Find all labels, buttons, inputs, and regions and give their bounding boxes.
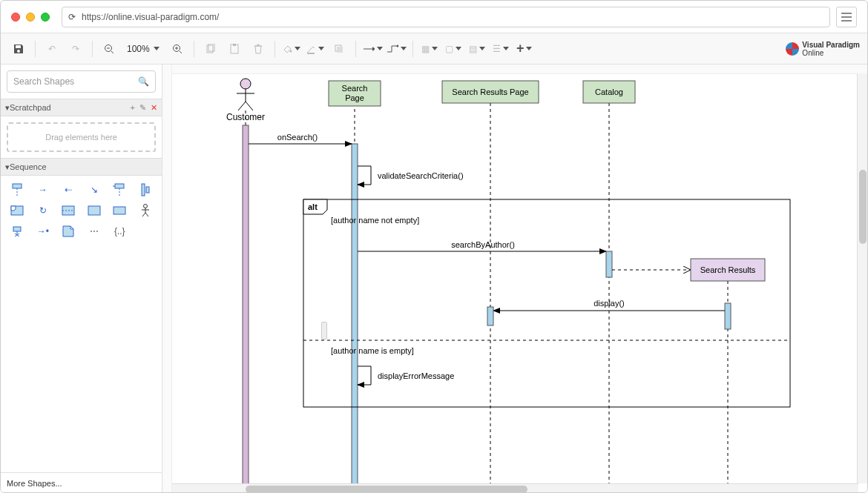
search-icon: 🔍 [138, 76, 149, 87]
svg-text:displayErrorMessage: displayErrorMessage [378, 371, 454, 380]
menu-button[interactable] [836, 7, 857, 27]
constraint-shape[interactable]: ⋯ [84, 223, 105, 239]
redo-button[interactable]: ↷ [65, 39, 86, 59]
to-back-button[interactable]: ▢ [443, 39, 464, 59]
edit-icon[interactable]: ✎ [139, 103, 146, 113]
zoom-level[interactable]: 100% [122, 44, 164, 54]
distribute-button[interactable]: ☰ [490, 39, 511, 59]
object-shape[interactable] [109, 202, 131, 219]
lifeline-shape[interactable] [7, 182, 28, 198]
close-window-button[interactable] [11, 13, 20, 21]
align-button[interactable]: ▤ [467, 39, 487, 59]
svg-rect-17 [13, 184, 22, 188]
sequence-shapes-palette: → ⇠ ↘ ↻ →• ⋯ {..} [1, 176, 162, 245]
svg-text:Page: Page [345, 93, 364, 102]
svg-text:Search Results: Search Results [700, 265, 756, 274]
diagram-canvas[interactable]: Customer SearchPage Search Results Page … [162, 64, 867, 493]
more-shapes-link[interactable]: More Shapes... [1, 472, 162, 493]
svg-line-33 [145, 213, 148, 216]
svg-rect-28 [114, 207, 125, 214]
url-text: https://online.visual-paradigm.com/ [82, 12, 219, 22]
return-arrow-shape[interactable]: ⇠ [58, 182, 79, 198]
delete-button[interactable] [248, 39, 269, 59]
svg-point-29 [143, 205, 147, 208]
brand-logo: Visual ParadigmOnline [786, 41, 860, 57]
self-message-shape[interactable]: ↻ [33, 202, 54, 219]
activation-results-page[interactable] [487, 307, 493, 325]
svg-text:[author name is empty]: [author name is empty] [331, 346, 414, 355]
svg-rect-27 [88, 206, 100, 215]
message-display-error[interactable] [358, 366, 371, 385]
svg-line-4 [180, 51, 182, 53]
zoom-out-button[interactable] [99, 39, 119, 59]
shapes-sidebar: Search Shapes 🔍 ▾ Scratchpad + ✎ ✕ Drag … [1, 64, 162, 493]
paste-button[interactable] [224, 39, 245, 59]
svg-line-45 [246, 102, 253, 110]
copy-button[interactable] [200, 39, 221, 59]
svg-rect-22 [142, 184, 145, 196]
svg-point-41 [240, 79, 251, 89]
svg-rect-12 [307, 53, 315, 54]
svg-text:validateSearchCriteria(): validateSearchCriteria() [378, 171, 464, 180]
activation-catalog[interactable] [606, 251, 612, 277]
lost-message-shape[interactable]: →• [33, 223, 54, 239]
horizontal-scrollbar[interactable] [171, 483, 858, 493]
activation-results-obj[interactable] [725, 303, 731, 329]
destroy-shape[interactable] [7, 223, 28, 239]
add-button[interactable]: + [514, 39, 535, 59]
svg-point-16 [396, 44, 398, 47]
search-shapes-input[interactable]: Search Shapes 🔍 [7, 70, 156, 93]
minimize-window-button[interactable] [26, 13, 35, 21]
found-message-shape[interactable] [109, 182, 131, 198]
window-titlebar: ⟳ https://online.visual-paradigm.com/ [1, 1, 867, 33]
scratchpad-dropzone[interactable]: Drag elements here [7, 122, 156, 152]
activation-customer[interactable] [243, 125, 249, 489]
svg-text:alt: alt [308, 202, 318, 211]
waypoint-style-button[interactable] [386, 39, 407, 59]
svg-rect-10 [233, 44, 236, 46]
svg-rect-19 [115, 184, 124, 188]
to-front-button[interactable]: ▦ [419, 39, 440, 59]
svg-line-32 [142, 213, 145, 216]
lifeline-search-page[interactable]: SearchPage [329, 81, 381, 106]
scratchpad-header[interactable]: ▾ Scratchpad + ✎ ✕ [1, 99, 162, 116]
svg-point-11 [290, 50, 292, 52]
async-arrow-shape[interactable]: ↘ [84, 182, 105, 198]
svg-text:Customer: Customer [226, 112, 265, 122]
activation-search-page[interactable] [352, 144, 358, 489]
sequence-diagram[interactable]: Customer SearchPage Search Results Page … [171, 73, 846, 489]
alt-frame-shape[interactable] [58, 202, 79, 219]
zoom-in-button[interactable] [167, 39, 188, 59]
activation-shape[interactable] [135, 182, 157, 198]
svg-text:Search: Search [342, 84, 368, 93]
svg-text:searchByAuthor(): searchByAuthor() [451, 240, 515, 249]
close-icon[interactable]: ✕ [151, 103, 157, 113]
fill-color-button[interactable] [281, 39, 302, 59]
maximize-window-button[interactable] [41, 13, 50, 21]
continuation-shape[interactable]: {..} [109, 223, 131, 239]
note-shape[interactable] [58, 223, 79, 239]
message-validate[interactable] [358, 166, 371, 185]
lifeline-catalog[interactable]: Catalog [583, 81, 635, 103]
svg-text:onSearch(): onSearch() [277, 133, 318, 142]
svg-line-1 [111, 51, 114, 53]
shadow-button[interactable] [329, 39, 349, 59]
vertical-scrollbar[interactable] [857, 73, 867, 483]
alt-fragment[interactable] [303, 199, 790, 407]
reload-icon[interactable]: ⟳ [68, 12, 76, 22]
sequence-header[interactable]: ▾ Sequence [1, 158, 162, 176]
undo-button[interactable]: ↶ [42, 39, 62, 59]
actor-shape[interactable] [135, 202, 157, 219]
chevron-down-icon [154, 47, 160, 50]
connector-style-button[interactable] [362, 39, 383, 59]
message-arrow-shape[interactable]: → [33, 182, 54, 198]
line-color-button[interactable] [305, 39, 326, 59]
lifeline-results-page[interactable]: Search Results Page [442, 81, 539, 103]
add-icon[interactable]: + [131, 103, 135, 113]
url-bar[interactable]: ⟳ https://online.visual-paradigm.com/ [62, 7, 830, 27]
ref-frame-shape[interactable] [84, 202, 105, 219]
svg-line-44 [238, 102, 246, 110]
save-button[interactable] [8, 39, 29, 59]
frame-shape[interactable] [7, 202, 28, 219]
actor-customer[interactable]: Customer [226, 79, 265, 122]
